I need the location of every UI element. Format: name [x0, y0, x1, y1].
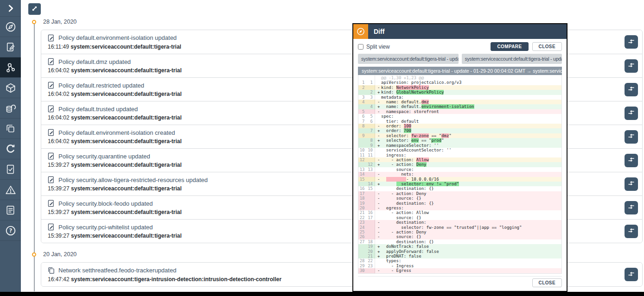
diff-row: 33metadata:	[358, 95, 561, 100]
date-label: 28 Jan, 2020	[43, 19, 77, 25]
open-diff-button[interactable]	[625, 154, 638, 167]
policy-edit-icon	[48, 200, 55, 207]
left-version-select[interactable]: system:serviceaccount:default:tigera-tri…	[358, 54, 459, 64]
split-view-label: Split view	[366, 44, 390, 50]
copy-small-icon	[48, 267, 55, 274]
compare-arrows-icon	[628, 180, 635, 188]
policy-edit-icon	[48, 82, 55, 89]
diff-row: 19- destination: {}	[358, 201, 561, 206]
compare-arrows-icon	[628, 133, 635, 140]
cloud-database-icon	[5, 102, 17, 114]
diff-viewer[interactable]: @@ -1,30 +1,23 @@11apiVersion: projectca…	[358, 75, 562, 274]
diff-row: 1010 serviceAccountSelector: ''	[358, 148, 561, 152]
diff-row: 20- egress:	[358, 206, 561, 210]
event-time: 16:47:42	[48, 276, 70, 283]
left-version-select-label: system:serviceaccount:default:tigera-tri…	[361, 56, 459, 62]
diff-row: 12- - action: Allow	[358, 157, 561, 162]
network-share-icon	[5, 62, 17, 74]
policy-edit-icon	[48, 58, 55, 65]
cube-icon	[5, 82, 17, 94]
compass-icon	[353, 24, 368, 39]
event-title: Policy default.trusted updated	[58, 106, 138, 113]
policy-edit-icon	[48, 176, 55, 183]
refresh-icon	[5, 143, 17, 155]
sidebar-item-logs[interactable]	[0, 200, 21, 220]
diff-row: 4+ name: default.environment-isolation	[358, 104, 561, 109]
expand-diagonal-icon	[31, 5, 38, 13]
diff-row: 76 tier: default	[358, 119, 561, 124]
diff-row: 2+kind: GlobalNetworkPolicy	[358, 90, 561, 94]
sidebar-item-compliance[interactable]	[0, 159, 21, 180]
compare-arrows-icon	[628, 157, 635, 164]
footer-close-button[interactable]: CLOSE	[532, 278, 562, 287]
diff-row: 65spec:	[358, 114, 561, 119]
open-diff-button[interactable]	[625, 201, 638, 214]
compass-icon	[5, 21, 17, 33]
split-view-checkbox[interactable]	[358, 44, 363, 50]
diff-row: 24- selector: fw-zone == "trusted"||app …	[358, 225, 561, 230]
compare-arrows-icon	[628, 109, 635, 117]
policy-edit-icon	[48, 152, 55, 160]
open-diff-button[interactable]	[625, 83, 638, 96]
open-diff-button[interactable]	[625, 225, 638, 238]
sidebar-item-workloads[interactable]	[0, 78, 21, 98]
diff-row: 2-kind: NetworkPolicy	[358, 85, 561, 90]
sidebar-item-policies[interactable]	[0, 37, 21, 57]
open-diff-button[interactable]	[625, 59, 638, 73]
diff-row: 2923 - Ingress	[358, 264, 561, 268]
expand-timeline-button[interactable]	[28, 3, 41, 15]
event-account: system:serviceaccount:default:tigera-tri…	[71, 91, 182, 97]
policy-edit-icon	[48, 223, 55, 231]
diff-row: 14+ selector: env != "prod"	[358, 182, 561, 186]
event-time: 16:11:49	[48, 44, 69, 50]
right-version-select[interactable]: system:serviceaccount:default:tigera-tri…	[462, 54, 562, 64]
modal-title: Diff	[374, 28, 384, 35]
diff-row: 1313 source:	[358, 167, 561, 172]
right-version-select-label: system:serviceaccount:default:tigera-tri…	[465, 56, 562, 62]
diff-row: 9+ namespaceSelector: ''	[358, 143, 561, 148]
event-time: 15:39:27	[48, 162, 70, 168]
diff-row: 18- source: {}	[358, 196, 561, 201]
diff-row: 20+ applyOnForward: false	[358, 249, 561, 254]
diff-row: 17- - action: Deny	[358, 191, 561, 196]
svg-text:?: ?	[9, 227, 12, 234]
diff-row: 9- selector: fw-zone == "dmz"	[358, 133, 561, 138]
modal-header: Diff	[353, 24, 567, 39]
sidebar-item-refresh[interactable]	[0, 139, 21, 159]
bottom-bar	[0, 292, 644, 296]
open-diff-button[interactable]	[625, 35, 638, 49]
modal-body: Split view COMPARE CLOSE system:servicea…	[353, 39, 567, 291]
sidebar-item-copies[interactable]	[0, 119, 21, 139]
compare-arrows-icon	[628, 62, 635, 69]
compare-arrows-icon	[628, 38, 635, 46]
open-diff-button[interactable]	[625, 268, 638, 281]
compare-arrows-icon	[628, 227, 635, 235]
open-diff-button[interactable]	[625, 177, 638, 191]
sidebar-item-policy-changes[interactable]	[0, 57, 21, 78]
warning-triangle-icon	[5, 184, 17, 196]
open-diff-button[interactable]	[625, 107, 638, 120]
timeline-marker-icon	[32, 20, 36, 24]
sidebar-item-help[interactable]: ?	[0, 220, 21, 241]
event-title: Network setthreatfeed.feodo-trackerupdat…	[58, 267, 176, 274]
diff-row: 2718 destination: {}	[358, 239, 561, 244]
diff-row: 21+ preDNAT: false	[358, 254, 561, 258]
sidebar-item-expand-toggle[interactable]	[0, 0, 21, 17]
diff-row: 8+ selector: env == "prod"	[358, 138, 561, 143]
diff-row: 2217 source: {}	[358, 215, 561, 220]
document-check-icon	[5, 164, 16, 175]
sidebar-item-dashboard[interactable]	[0, 17, 21, 37]
close-button[interactable]: CLOSE	[532, 42, 562, 51]
open-diff-button[interactable]	[625, 130, 638, 144]
diff-row: 23- destination:	[358, 220, 561, 225]
event-time: 16:04:02	[48, 91, 70, 97]
compare-button[interactable]: COMPARE	[491, 42, 528, 51]
event-title: Policy security.allow-tigera-restricted-…	[58, 176, 208, 183]
policy-edit-icon	[48, 129, 55, 136]
sidebar-item-alerts[interactable]	[0, 180, 21, 200]
sidebar-nav: ?	[0, 0, 21, 296]
event-title: Policy default.restricted updated	[58, 82, 144, 89]
event-title: Policy security.pci-whitelist updated	[58, 224, 153, 231]
event-account: system:serviceaccount:default:tigera-tri…	[71, 209, 182, 215]
sidebar-item-storage[interactable]	[0, 98, 21, 119]
